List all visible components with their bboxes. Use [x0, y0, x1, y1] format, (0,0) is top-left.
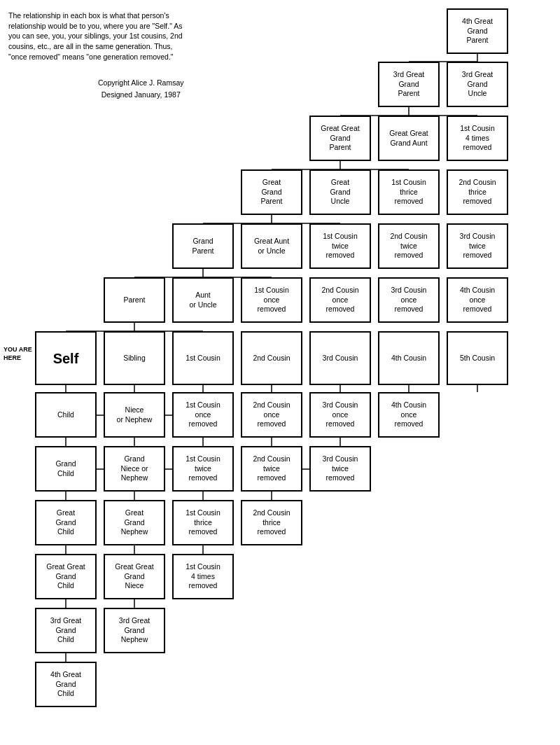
3rd-great-grand-uncle: 3rd GreatGrandUncle — [447, 62, 508, 107]
5th-cousin: 5th Cousin — [447, 331, 508, 385]
1st-cousin-thrice-removed: 1st Cousinthriceremoved — [378, 169, 440, 215]
chart-area: The relationship in each box is what tha… — [0, 0, 560, 745]
1st-cousin-twice-removed: 1st Cousintwiceremoved — [309, 223, 371, 269]
3rd-great-grand-parent: 3rd GreatGrandParent — [378, 62, 440, 107]
great-great-grand-niece: Great GreatGrandNiece — [104, 554, 165, 599]
great-aunt-uncle: Great Auntor Uncle — [241, 223, 302, 269]
grand-parent: GrandParent — [172, 223, 234, 269]
self: Self — [35, 331, 97, 385]
child: Child — [35, 392, 97, 438]
great-great-grand-parent: Great GreatGrandParent — [309, 116, 371, 161]
2nd-cousin-twice-removed-d: 2nd Cousintwiceremoved — [241, 446, 302, 492]
4th-cousin-once-removed: 4th Cousinonceremoved — [447, 277, 508, 323]
great-grand-parent: GreatGrandParent — [241, 169, 302, 215]
3rd-cousin-twice-removed-d: 3rd Cousintwiceremoved — [309, 446, 371, 492]
sibling: Sibling — [104, 331, 165, 385]
1st-cousin-twice-removed-d: 1st Cousintwiceremoved — [172, 446, 234, 492]
3rd-great-grand-child: 3rd GreatGrandChild — [35, 608, 97, 653]
great-grand-nephew: GreatGrandNephew — [104, 500, 165, 545]
2nd-cousin-thrice-removed-d: 2nd Cousinthriceremoved — [241, 500, 302, 545]
2nd-cousin-once-removed-d: 2nd Cousinonceremoved — [241, 392, 302, 438]
3rd-cousin-twice-removed: 3rd Cousintwiceremoved — [447, 223, 508, 269]
1st-cousin-once-removed-d: 1st Cousinonceremoved — [172, 392, 234, 438]
4th-cousin: 4th Cousin — [378, 331, 440, 385]
3rd-cousin: 3rd Cousin — [309, 331, 371, 385]
1st-cousin: 1st Cousin — [172, 331, 234, 385]
4th-great-grand-child: 4th GreatGrandChild — [35, 662, 97, 707]
4th-cousin-once-removed-d: 4th Cousinonceremoved — [378, 392, 440, 438]
3rd-cousin-once-removed: 3rd Cousinonceremoved — [378, 277, 440, 323]
great-grand-uncle: GreatGrandUncle — [309, 169, 371, 215]
parent: Parent — [104, 277, 165, 323]
great-grand-child: GreatGrandChild — [35, 500, 97, 545]
description-text: The relationship in each box is what tha… — [8, 11, 190, 62]
3rd-great-grand-nephew: 3rd GreatGrandNephew — [104, 608, 165, 653]
1st-cousin-thrice-removed-d: 1st Cousinthriceremoved — [172, 500, 234, 545]
grand-child: GrandChild — [35, 446, 97, 492]
2nd-cousin-thrice-removed: 2nd Cousinthriceremoved — [447, 169, 508, 215]
4th-great-grand-parent: 4th GreatGrandParent — [447, 8, 508, 54]
great-great-grand-child: Great GreatGrandChild — [35, 554, 97, 599]
niece-nephew: Nieceor Nephew — [104, 392, 165, 438]
1st-cousin-4-removed-d: 1st Cousin4 timesremoved — [172, 554, 234, 599]
grand-niece-nephew: GrandNiece orNephew — [104, 446, 165, 492]
aunt-uncle: Auntor Uncle — [172, 277, 234, 323]
3rd-cousin-once-removed-d: 3rd Cousinonceremoved — [309, 392, 371, 438]
2nd-cousin-twice-removed: 2nd Cousintwiceremoved — [378, 223, 440, 269]
1st-cousin-4-removed: 1st Cousin4 timesremoved — [447, 116, 508, 161]
2nd-cousin-once-removed: 2nd Cousinonceremoved — [309, 277, 371, 323]
copyright-text: Copyright Alice J. Ramsay Designed Janua… — [98, 77, 184, 101]
great-great-grand-aunt: Great GreatGrand Aunt — [378, 116, 440, 161]
2nd-cousin: 2nd Cousin — [241, 331, 302, 385]
1st-cousin-once-removed: 1st Cousinonceremoved — [241, 277, 302, 323]
